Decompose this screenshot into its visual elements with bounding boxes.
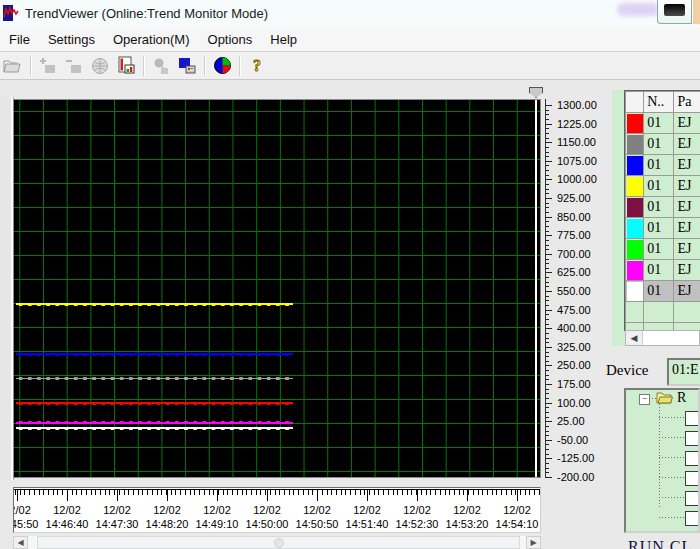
maximize-button[interactable]	[657, 0, 692, 24]
time-label-date: 12/02	[189, 503, 245, 517]
toolbar-separator	[239, 56, 240, 76]
pen-no-cell: 01	[644, 134, 674, 155]
time-tick-label: 12/0214:54:10	[489, 503, 541, 531]
pen-table-row[interactable]: 01EJ	[626, 197, 700, 218]
time-label-time: 14:47:30	[89, 517, 145, 531]
menu-item-operationm[interactable]: Operation(M)	[104, 31, 199, 48]
pen-table-row[interactable]: 01EJ	[626, 155, 700, 176]
tree-item-checkbox[interactable]	[685, 451, 700, 466]
tree-collapse-icon[interactable]: −	[639, 394, 650, 405]
tree-item-checkbox[interactable]	[685, 491, 700, 506]
pen-color-swatch	[627, 135, 643, 154]
trend-chart[interactable]	[13, 99, 541, 478]
pen-color-cell	[626, 155, 644, 176]
y-axis-minor-tick	[546, 333, 549, 334]
time-major-tick	[17, 490, 18, 501]
time-tick-label: 12/0214:53:20	[439, 503, 495, 531]
pen-assign-icon	[152, 57, 170, 75]
time-label-time: 14:53:20	[439, 517, 495, 531]
empty-cell	[674, 302, 700, 323]
scroll-left-button[interactable]: ◀	[13, 536, 28, 549]
y-axis-minor-tick	[546, 431, 549, 432]
y-axis-minor-tick	[546, 412, 549, 413]
close-button[interactable]	[693, 0, 700, 24]
pen-table-row[interactable]: 01EJ	[626, 281, 700, 302]
pen-table-row[interactable]: 01EJ	[626, 260, 700, 281]
device-field[interactable]: 01:E	[667, 358, 700, 386]
time-label-date: 12/02	[489, 503, 541, 517]
menu-item-options[interactable]: Options	[199, 31, 262, 48]
app-icon	[3, 5, 19, 21]
y-axis-minor-tick	[546, 110, 549, 111]
parameter-tree[interactable]: − R	[624, 388, 700, 533]
y-axis-minor-tick	[546, 152, 549, 153]
help-button[interactable]: ?	[245, 55, 269, 77]
scroll-thumb[interactable]	[37, 536, 520, 549]
toolbar: ?	[0, 52, 700, 80]
time-major-tick	[417, 490, 418, 501]
pen-table-row[interactable]: 01EJ	[626, 218, 700, 239]
tree-vline	[659, 404, 660, 508]
pen-table-empty-row	[626, 302, 700, 323]
menu-item-help[interactable]: Help	[261, 31, 306, 48]
report-icon	[117, 56, 135, 75]
pen-table-hscrollbar[interactable]: ◀	[625, 330, 700, 346]
pen-param-cell: EJ	[674, 197, 700, 218]
chart-hscrollbar[interactable]: ◀ ▶	[13, 536, 541, 549]
tree-item-checkbox[interactable]	[685, 511, 700, 526]
tree-item-checkbox[interactable]	[685, 471, 700, 486]
y-axis-minor-tick	[546, 193, 549, 194]
time-axis: 12/0214:45:5012/0214:46:4012/0214:47:301…	[13, 487, 541, 533]
y-axis-tick-label: 100.00	[557, 397, 591, 409]
time-tick-label: 12/0214:50:00	[239, 503, 295, 531]
tree-item-checkbox[interactable]	[685, 411, 700, 426]
y-axis-minor-tick	[546, 156, 549, 157]
y-axis-minor-tick	[546, 468, 549, 469]
pen-no-cell: 01	[644, 281, 674, 302]
pen-table-row[interactable]: 01EJ	[626, 113, 700, 134]
time-label-date: 12/02	[139, 503, 195, 517]
menu-item-settings[interactable]: Settings	[39, 31, 104, 48]
y-axis-minor-tick	[546, 212, 549, 213]
add-pen-button[interactable]	[36, 55, 60, 77]
scroll-right-button[interactable]: ▶	[526, 536, 541, 549]
open-folder-icon	[3, 58, 23, 74]
toolbar-separator	[30, 56, 31, 76]
pen-color-cell	[626, 176, 644, 197]
pen-param-cell: EJ	[674, 134, 700, 155]
y-axis-minor-tick	[546, 128, 549, 129]
y-axis-minor-tick	[546, 407, 549, 408]
monitor-view-button[interactable]	[175, 55, 199, 77]
open-folder-button[interactable]	[1, 55, 25, 77]
tree-item-checkbox[interactable]	[685, 431, 700, 446]
y-axis-major-tick	[546, 217, 552, 218]
pen-color-swatch	[627, 219, 643, 238]
tree-connector	[659, 437, 685, 438]
menu-item-file[interactable]: File	[0, 31, 39, 48]
y-axis-tick-label: 925.00	[557, 192, 591, 204]
time-label-date: 12/02	[239, 503, 295, 517]
y-axis-tick-label: 175.00	[557, 378, 591, 390]
window-controls-artifact	[617, 3, 659, 16]
pen-table-row[interactable]: 01EJ	[626, 239, 700, 260]
pen-param-cell: EJ	[674, 155, 700, 176]
time-cursor-handle[interactable]	[529, 87, 543, 98]
y-axis-minor-tick	[546, 231, 549, 232]
remove-pen-button[interactable]	[62, 55, 86, 77]
y-axis-minor-tick	[546, 370, 549, 371]
pen-param-cell: EJ	[674, 176, 700, 197]
pen-assign-button[interactable]	[149, 55, 173, 77]
pen-table-row[interactable]: 01EJ	[626, 176, 700, 197]
time-label-date: 12/02	[289, 503, 345, 517]
pen-table-row[interactable]: 01EJ	[626, 134, 700, 155]
pen-param-cell: EJ	[674, 218, 700, 239]
scroll-left-button[interactable]: ◀	[626, 331, 643, 345]
y-axis-major-tick	[546, 179, 552, 180]
pen-table-grid: N..Pa 01EJ01EJ01EJ01EJ01EJ01EJ01EJ01EJ01…	[625, 91, 700, 331]
color-ball-button[interactable]	[210, 55, 234, 77]
scroll-gripper-icon	[274, 538, 284, 548]
report-button[interactable]	[114, 55, 138, 77]
y-axis-minor-tick	[546, 175, 549, 176]
globe-button[interactable]	[88, 55, 112, 77]
y-axis-tick-label: 550.00	[557, 285, 591, 297]
